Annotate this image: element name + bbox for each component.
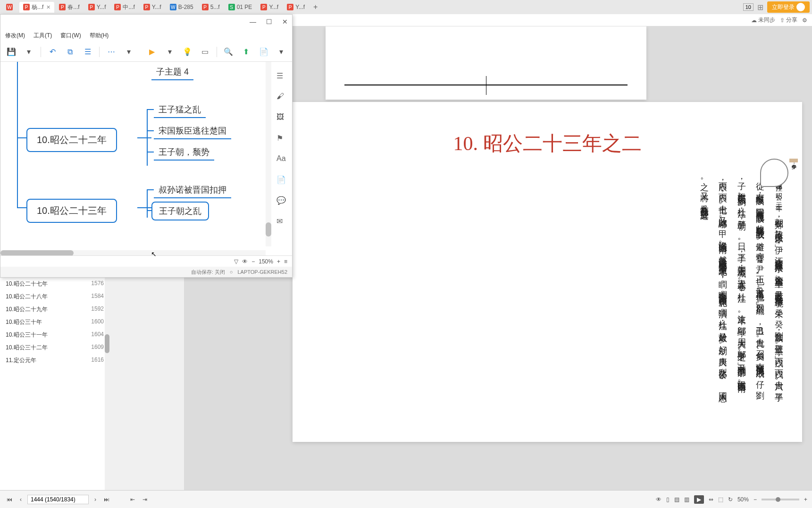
mindmap-node[interactable]: 10.昭公二十二年: [26, 128, 117, 152]
mascot-widget[interactable]: 中・少年: [760, 159, 798, 206]
close-button[interactable]: ✕: [282, 18, 288, 25]
forward-button[interactable]: ⇥: [141, 495, 149, 504]
settings-icon[interactable]: ⚙: [802, 17, 807, 24]
rotate-icon[interactable]: ↻: [728, 496, 733, 503]
outline-icon[interactable]: ☰: [82, 46, 93, 58]
zoom-level[interactable]: 150%: [259, 258, 273, 265]
comment-icon[interactable]: 💬: [276, 196, 287, 206]
add-tab-button[interactable]: +: [310, 3, 321, 11]
zoom-out-button[interactable]: −: [251, 258, 255, 265]
prev-page-button[interactable]: ‹: [18, 495, 24, 504]
mindmap-node[interactable]: 子主题 4: [151, 64, 193, 80]
filter-icon[interactable]: ▽: [234, 258, 238, 265]
present-icon[interactable]: ▶: [146, 46, 158, 58]
search-icon[interactable]: 🔍: [223, 46, 234, 58]
first-page-button[interactable]: ⏮: [5, 495, 14, 504]
save-icon[interactable]: 💾: [5, 46, 17, 58]
minimize-button[interactable]: —: [250, 18, 256, 25]
structure-icon[interactable]: ⧉: [64, 46, 76, 58]
dropdown-icon[interactable]: ▾: [123, 46, 135, 58]
menu-window[interactable]: 窗口(W): [60, 32, 81, 40]
dropdown-icon[interactable]: ▾: [276, 46, 287, 58]
dropdown-icon[interactable]: ▾: [23, 46, 34, 58]
tab-3[interactable]: P中...f: [110, 2, 138, 13]
zoom-slider[interactable]: [762, 499, 799, 500]
mindmap-node-selected[interactable]: 王子朝之乱: [151, 202, 209, 220]
tab-5[interactable]: WB-285: [166, 2, 197, 12]
menu-help[interactable]: 帮助(H): [90, 32, 109, 40]
mindmap-node[interactable]: 10.昭公二十三年: [26, 199, 117, 223]
share-button[interactable]: ⇧ 分享: [780, 16, 797, 24]
mindmap-node[interactable]: 叔孙诺被晋国扣押: [154, 182, 231, 198]
idea-icon[interactable]: 💡: [181, 46, 193, 58]
tab-label: 春...f: [67, 3, 79, 11]
two-page-icon[interactable]: ▥: [684, 496, 689, 503]
next-page-button[interactable]: ›: [92, 495, 98, 504]
mindmap-node[interactable]: 宋国叛臣逃往楚国: [154, 123, 231, 139]
mindmap-node[interactable]: 王子猛之乱: [154, 102, 206, 118]
back-button[interactable]: ⇤: [128, 495, 137, 504]
outline-item[interactable]: 10.昭公二十七年1576: [0, 278, 109, 290]
outline-item[interactable]: 10.昭公二十八年1584: [0, 290, 109, 303]
xmind-titlebar[interactable]: — ☐ ✕: [0, 15, 292, 29]
task-icon[interactable]: ✉: [276, 217, 287, 227]
outline-item[interactable]: 11.定公元年1616: [0, 354, 109, 367]
tab-close-icon[interactable]: ✕: [46, 4, 50, 10]
tab-4[interactable]: PY...f: [140, 2, 165, 12]
zoom-in-button[interactable]: +: [277, 258, 280, 265]
menu-modify[interactable]: 修改(M): [5, 32, 25, 40]
outline-item[interactable]: 10.昭公三十一年1604: [0, 329, 109, 341]
zoom-out-button[interactable]: −: [753, 496, 757, 503]
text-icon[interactable]: Aa: [276, 154, 287, 165]
fit-icon[interactable]: ≡: [284, 258, 287, 265]
share-icon[interactable]: ⬆: [240, 46, 252, 58]
zoom-in-button[interactable]: +: [804, 496, 807, 503]
layout-icon[interactable]: ▭: [199, 46, 211, 58]
single-page-icon[interactable]: ▯: [666, 496, 670, 503]
tab-8[interactable]: PY...f: [257, 2, 282, 12]
apps-icon[interactable]: ⊞: [757, 3, 763, 12]
tab-2[interactable]: PY...f: [84, 2, 110, 12]
tab-1[interactable]: P春...f: [55, 2, 83, 13]
undo-icon[interactable]: ↶: [47, 46, 59, 58]
outline-scrollbar[interactable]: [105, 278, 109, 490]
continuous-icon[interactable]: ▤: [674, 496, 679, 503]
tab-9[interactable]: PY...f: [283, 2, 309, 12]
sync-status[interactable]: ☁ 未同步: [751, 16, 775, 24]
mindmap-node[interactable]: 王子朝，颓势: [154, 144, 214, 161]
tab-6[interactable]: P5...f: [198, 2, 224, 12]
document-title: 10. 昭公二十三年之二: [307, 130, 788, 157]
tab-0[interactable]: P杨...f✕: [19, 2, 54, 13]
app-logo-tab[interactable]: W: [2, 2, 18, 12]
export-icon[interactable]: 📄: [258, 46, 269, 58]
outline-item[interactable]: 10.昭公三十年1600: [0, 316, 109, 329]
fit-page-icon[interactable]: ⬚: [718, 496, 723, 503]
last-page-button[interactable]: ⏭: [102, 495, 111, 504]
dropdown-icon[interactable]: ▾: [164, 46, 176, 58]
format-icon[interactable]: ☰: [276, 71, 287, 82]
canvas-scrollbar-vertical[interactable]: [266, 62, 271, 246]
more-icon[interactable]: ⋯: [105, 46, 117, 58]
maximize-button[interactable]: ☐: [266, 18, 272, 25]
xmind-sidebar: ☰ 🖌 🖼 ⚑ Aa 📄 💬 ✉: [271, 62, 292, 256]
tab-7[interactable]: S01 PE: [225, 2, 256, 12]
flag-icon[interactable]: ⚑: [276, 134, 287, 144]
tab-label: B-285: [178, 4, 193, 10]
brush-icon[interactable]: 🖌: [276, 92, 287, 102]
page-input[interactable]: [27, 495, 89, 504]
note-icon[interactable]: 📄: [276, 175, 287, 186]
avatar-icon: [796, 3, 805, 11]
calendar-badge[interactable]: 10: [743, 3, 753, 11]
zoom-level[interactable]: 50%: [737, 496, 749, 503]
fit-width-icon[interactable]: ⇔: [709, 496, 713, 503]
eye-icon[interactable]: 👁: [242, 258, 248, 265]
outline-item[interactable]: 10.昭公二十九年1592: [0, 303, 109, 316]
mindmap-canvas[interactable]: 子主题 4 10.昭公二十二年 王子猛之乱 宋国叛臣逃往楚国 王子朝，颓势 10…: [0, 62, 292, 251]
image-icon[interactable]: 🖼: [276, 113, 287, 123]
login-button[interactable]: 立即登录: [767, 1, 810, 13]
menu-tools[interactable]: 工具(T): [33, 32, 52, 40]
tab-label: 杨...f: [32, 3, 43, 11]
play-icon[interactable]: ▶: [694, 495, 704, 504]
outline-item[interactable]: 10.昭公三十二年1609: [0, 341, 109, 354]
eye-icon[interactable]: 👁: [656, 496, 661, 503]
